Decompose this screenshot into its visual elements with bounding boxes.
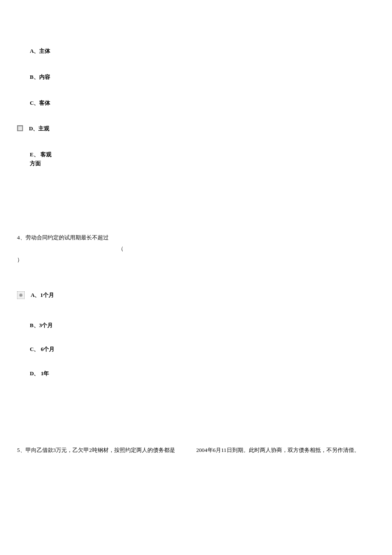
option-e-line1: E、 客观 — [30, 151, 52, 158]
question-5: 5、甲向乙借款3万元，乙欠甲2吨钢材，按照约定两人的债务都是 2004年6月11… — [17, 446, 375, 454]
question-4: 4、劳动合同约定的试用期最长不超过 （ ） — [17, 232, 375, 265]
radio-option-a[interactable] — [17, 291, 25, 299]
option-a-text: A、主体 — [30, 47, 50, 56]
radio-inner-icon — [19, 293, 23, 297]
option-d-text: D、主观 — [29, 124, 49, 133]
q5-part1: 5、甲向乙借款3万元，乙欠甲2吨钢材，按照约定两人的债务都是 — [17, 446, 175, 454]
checkbox-option-d[interactable] — [17, 125, 23, 131]
q5-part2: 2004年6月11日到期。此时两人协商，双方债务相抵，不另作清偿。 — [196, 446, 360, 454]
option-c-text: C、客体 — [30, 99, 50, 108]
option-e-line2: 方面 — [30, 160, 41, 167]
q4-text: 4、劳动合同约定的试用期最长不超过 — [17, 234, 109, 241]
q4-option-a-text: A、1个月 — [31, 291, 54, 300]
q4-paren-open: （ — [17, 243, 124, 254]
q4-paren-close: ） — [17, 254, 375, 265]
option-b-text: B、内容 — [30, 73, 50, 82]
q4-option-d-text: D、 1年 — [30, 369, 49, 378]
option-e-text: E、 客观 方面 — [30, 150, 52, 168]
q4-option-c-text: C、 6个月 — [30, 345, 55, 354]
q4-option-b-text: B、3个月 — [30, 321, 53, 330]
